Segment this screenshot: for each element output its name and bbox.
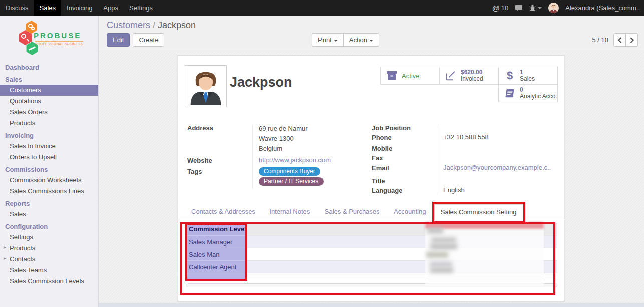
sidebar-item-orders-to-upsell[interactable]: Orders to Upsell: [0, 152, 98, 163]
caret-down-icon: [538, 7, 542, 9]
redacted-blur: [430, 262, 452, 267]
sidebar-item-sales-orders[interactable]: Sales Orders: [0, 107, 98, 118]
topbar-menu-invoicing[interactable]: Invoicing: [61, 0, 98, 16]
fax-label: Fax: [372, 154, 437, 162]
active-stat-button[interactable]: Active: [380, 67, 440, 85]
commission-level-cell[interactable]: Sales Man: [186, 248, 247, 261]
sidebar-nav: Dashboard Sales Customers Quotations Sal…: [0, 61, 98, 287]
sidebar-item-config-products[interactable]: ▸Products: [0, 243, 98, 254]
main-content: Customers / Jackpson Edit Create Print A…: [99, 16, 644, 307]
action-dropdown-button[interactable]: Action: [343, 33, 379, 47]
address-country: Belgium: [259, 144, 364, 154]
record-pager: 5 / 10: [592, 33, 638, 47]
redacted-blur: [430, 244, 457, 249]
sidebar-item-sales-teams[interactable]: Sales Teams: [0, 265, 98, 276]
mobile-value: [437, 144, 558, 153]
tab-sales-commission-setting[interactable]: Sales Commission Setting: [434, 204, 523, 220]
group-divider: [437, 125, 437, 195]
topbar-menu-sales[interactable]: Sales: [34, 0, 62, 16]
breadcrumb-customers-link[interactable]: Customers: [107, 20, 150, 30]
topbar-menu-discuss[interactable]: Discuss: [0, 0, 34, 16]
sidebar-item-commission-worksheets[interactable]: Commission Worksheets: [0, 175, 98, 186]
chat-icon[interactable]: [515, 5, 523, 12]
caret-down-icon: [369, 40, 373, 42]
create-button[interactable]: Create: [133, 33, 164, 47]
topbar-menu-settings[interactable]: Settings: [124, 0, 158, 16]
redacted-blur: [430, 268, 453, 273]
debug-menu-button[interactable]: [529, 4, 542, 12]
commission-level-header: Commission Level: [186, 223, 247, 236]
analytic-accounts-stat-button[interactable]: 0 Analytic Acco...: [498, 84, 558, 102]
sidebar-item-quotations[interactable]: Quotations: [0, 96, 98, 107]
redacted-blur: [426, 252, 448, 258]
sales-label: Sales: [520, 76, 535, 82]
job-position-label: Job Position: [372, 124, 437, 132]
edit-button[interactable]: Edit: [107, 33, 130, 47]
tab-accounting[interactable]: Accounting: [388, 204, 432, 220]
sidebar-section-reports[interactable]: Reports: [0, 197, 98, 209]
website-link[interactable]: http://www.jackpson.com: [259, 156, 331, 164]
mentions-counter[interactable]: @ 10: [492, 4, 508, 12]
sidebar-section-dashboard[interactable]: Dashboard: [0, 61, 98, 73]
customer-form-sheet: Jackpson Active $620.00: [178, 55, 564, 302]
tag-partner-it-services[interactable]: Partner / IT Services: [259, 177, 324, 186]
commission-level-cell[interactable]: Callcenter Agent: [186, 261, 247, 273]
sidebar-item-reports-sales[interactable]: Sales: [0, 209, 98, 220]
language-label: Language: [372, 186, 437, 195]
sidebar-section-sales[interactable]: Sales: [0, 73, 98, 85]
breadcrumb-current: Jackpson: [158, 20, 196, 30]
commission-level-cell[interactable]: Sales Manager: [186, 236, 247, 248]
chevron-right-icon: ▸: [4, 255, 6, 261]
mention-icon: @: [492, 4, 500, 12]
print-label: Print: [318, 36, 332, 44]
sidebar-section-invoicing[interactable]: Invoicing: [0, 129, 98, 141]
sidebar-section-configuration[interactable]: Configuration: [0, 220, 98, 232]
user-name[interactable]: Alexandra (Sales_comm..: [565, 4, 640, 12]
sidebar-item-config-contacts[interactable]: ▸Contacts: [0, 254, 98, 265]
topbar-menu-apps[interactable]: Apps: [98, 0, 124, 16]
pager-previous-button[interactable]: [613, 33, 626, 47]
form-buttons: Edit Create: [107, 33, 164, 47]
sidebar-item-settings[interactable]: Settings: [0, 232, 98, 243]
pager-count: 5 / 10: [592, 36, 608, 44]
sidebar-item-customers[interactable]: Customers: [0, 85, 98, 96]
tag-components-buyer[interactable]: Components Buyer: [259, 167, 320, 176]
bug-icon: [529, 4, 536, 12]
fax-value: [437, 154, 558, 162]
sidebar-item-sales-commission-levels[interactable]: Sales Commission Levels: [0, 276, 98, 287]
sidebar-item-sales-to-invoice[interactable]: Sales to Invoice: [0, 141, 98, 152]
phone-value: +32 10 588 558: [437, 133, 558, 142]
print-dropdown-button[interactable]: Print: [312, 33, 344, 47]
breadcrumb-separator: /: [153, 20, 155, 30]
print-action-buttons: Print Action: [312, 33, 379, 47]
tab-contacts-addresses[interactable]: Contacts & Addresses: [185, 204, 261, 220]
language-value: English: [437, 186, 558, 195]
mobile-label: Mobile: [372, 144, 437, 153]
tab-internal-notes[interactable]: Internal Notes: [263, 204, 316, 220]
sidebar-section-commissions[interactable]: Commissions: [0, 163, 98, 175]
user-avatar[interactable]: [548, 3, 559, 13]
caret-down-icon: [334, 40, 338, 42]
tags-label: Tags: [187, 167, 252, 187]
phone-label: Phone: [372, 133, 437, 142]
logo-tagline: PROFESSIONAL BUSINESS: [35, 41, 83, 46]
sidebar-item-products[interactable]: Products: [0, 118, 98, 129]
sales-stat-button[interactable]: $ 1 Sales: [498, 67, 558, 85]
field-group-left: Address 69 rue de Namur Wavre 1300 Belgi…: [187, 124, 364, 190]
book-icon: [503, 88, 516, 98]
sidebar-item-sales-commissions-lines[interactable]: Sales Commissions Lines: [0, 186, 98, 197]
address-label: Address: [187, 124, 252, 154]
bottom-strip: [99, 303, 644, 307]
pager-next-button[interactable]: [625, 33, 638, 47]
invoiced-stat-button[interactable]: $620.00 Invoiced: [439, 67, 499, 85]
tab-sales-purchases[interactable]: Sales & Purchases: [318, 204, 386, 220]
field-group-right: Job Position Phone +32 10 588 558 Mobile…: [372, 124, 558, 196]
chevron-left-icon: [618, 37, 622, 43]
email-link[interactable]: Jackpson@yourcompany.example.c..: [443, 164, 551, 171]
chevron-right-icon: [630, 37, 634, 43]
chevron-right-icon: ▸: [4, 244, 6, 250]
contact-photo[interactable]: [185, 65, 227, 107]
record-title: Jackpson: [230, 75, 292, 90]
email-label: Email: [372, 164, 437, 172]
breadcrumb: Customers / Jackpson: [107, 20, 196, 31]
